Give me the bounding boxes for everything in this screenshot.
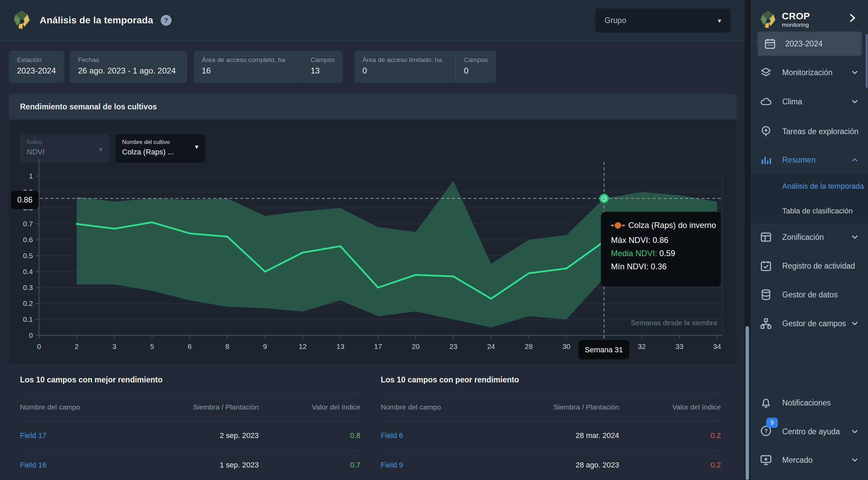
collapse-sidebar-icon[interactable] [846,12,858,24]
full-access-fields-value: 13 [311,66,335,76]
calendar-check-icon [760,259,772,272]
chevron-down-icon [850,68,859,77]
svg-text:24: 24 [487,342,495,350]
sidebar-item-monitoring[interactable]: Monitorización [751,64,868,81]
crop-monitoring-logo-icon [758,10,778,30]
svg-text:3: 3 [112,342,116,350]
svg-text:0: 0 [37,342,41,350]
limited-access-area-value: 0 [362,66,447,76]
full-access-card: Área de acceso completo, ha 16 Campos 13 [194,51,343,83]
layers-icon [760,66,772,79]
cloud-icon [760,95,772,108]
sidebar-item-field-manager[interactable]: Gestor de campos [751,315,868,332]
svg-text:12: 12 [299,342,307,350]
sidebar-item-data-manager[interactable]: Gestor de datos [751,287,868,303]
sidebar-item-scouting[interactable]: Tareas de exploración [751,123,868,140]
field-link[interactable]: Field 16 [20,461,143,469]
sidebar-item-summary[interactable]: Resumen [751,152,868,168]
svg-text:1: 1 [29,172,33,180]
svg-text:17: 17 [374,342,382,350]
limited-access-fields-label: Campos [464,56,488,64]
best-table-title: Los 10 campos con mejor rendimiento [20,369,360,393]
sidebar-item-activity-log[interactable]: Registro de actividad [751,258,868,274]
worst-fields-table: Los 10 campos con peor rendimiento Nombr… [381,369,721,480]
table-row: Field 16 1 sep. 2023 0.7 [20,451,360,480]
panel-title: Rendimiento semanal de los cultivos [20,102,157,111]
season-value: 2023-2024 [17,66,56,76]
svg-text:2: 2 [75,342,79,350]
sidebar-season-selector[interactable]: 2023-2024 [757,32,862,56]
top-bar: Análisis de la temporada ? Grupo ▾ [0,0,750,41]
field-link[interactable]: Field 9 [381,461,504,469]
calendar-icon [764,37,776,50]
svg-text:0.4: 0.4 [23,268,33,275]
help-count-badge: 9 [766,418,778,428]
tooltip-max-row: Máx NDVI: 0.86 [611,235,711,245]
sidebar-item-help-center[interactable]: ? 9 Centro de ayuda [751,423,868,440]
svg-text:5: 5 [150,342,154,350]
table-row: Field 6 28 mar. 2024 0.2 [381,421,721,450]
tooltip-mean-row: Media NDVI: 0.59 [611,249,711,258]
svg-text:0.5: 0.5 [23,252,33,259]
panel-header: Rendimiento semanal de los cultivos [9,94,736,120]
svg-text:28: 28 [525,342,533,350]
sidebar-item-market[interactable]: Mercado [751,452,868,468]
limited-access-card: Área de acceso limitado, ha 0 Campos 0 [354,51,496,83]
brand-subname: monitoring [782,22,810,28]
dates-label: Fechas [78,56,176,64]
group-dropdown[interactable]: Grupo ▾ [595,8,731,33]
svg-text:?: ? [764,427,768,434]
full-access-area-label: Área de acceso completo, ha [202,56,294,64]
x-axis-week-badge: Semana 31 [578,340,629,359]
season-card: Estación 2023-2024 [9,51,64,83]
main-scrollbar-thumb[interactable] [746,326,749,480]
table-row: Field 9 28 ago. 2023 0.2 [381,451,721,480]
full-access-fields-label: Campos [311,56,335,64]
brand-name: CROP [782,11,810,22]
x-axis-title: Semanas desde la siembra [631,319,717,327]
table-header-row: Nombre del campo Siembra / Plantación Va… [20,394,360,421]
limited-access-area-label: Área de acceso limitado, ha [362,56,447,64]
sidebar-item-weather[interactable]: Clima [751,93,868,110]
svg-text:20: 20 [412,342,419,350]
svg-text:8: 8 [225,342,230,350]
svg-text:9: 9 [263,342,267,350]
svg-text:0.6: 0.6 [23,236,33,244]
svg-text:0: 0 [29,331,33,339]
dates-value: 26 ago. 2023 - 1 ago. 2024 [78,66,176,76]
database-icon [760,288,772,301]
market-monitor-icon [760,454,772,466]
season-label: Estación [17,56,56,64]
svg-text:0.1: 0.1 [23,315,33,323]
field-link[interactable]: Field 6 [381,431,504,440]
svg-text:23: 23 [450,342,457,350]
page-title: Análisis de la temporada [40,15,153,26]
best-fields-table: Los 10 campos con mejor rendimiento Nomb… [20,369,360,480]
field-link[interactable]: Field 17 [20,431,143,440]
chevron-down-icon [850,97,859,106]
sidebar-item-zoning[interactable]: Zonificación [751,229,868,245]
chevron-down-icon [850,233,859,242]
group-dropdown-value: Grupo [605,16,626,25]
sidebar-item-notifications[interactable]: Notificaciones [751,395,868,411]
sidebar-item-season-analysis[interactable]: Análisis de la temporada [782,180,864,193]
sidebar-scrollbar-thumb[interactable] [866,34,868,88]
scouting-pin-icon [760,125,772,138]
svg-text:13: 13 [336,342,344,350]
dates-card: Fechas 26 ago. 2023 - 1 ago. 2024 [70,51,187,83]
main-scrollbar [745,0,750,480]
svg-text:32: 32 [638,342,646,350]
y-axis-value-badge: 0.86 [11,191,39,209]
tooltip-crop-name: Colza (Raps) do inverno [628,221,716,230]
sidebar-item-leaderboard[interactable]: Tabla de clasificación [782,204,853,218]
limited-access-fields-value: 0 [464,66,488,76]
chevron-down-icon: ▾ [718,17,721,25]
help-icon[interactable]: ? [161,15,172,26]
svg-text:30: 30 [563,342,570,350]
svg-text:0.2: 0.2 [23,299,33,307]
summary-submenu: Análisis de la temporada Tabla de clasif… [751,173,868,224]
bar-chart-icon [760,153,772,166]
full-access-area-value: 16 [202,66,294,76]
table-header-row: Nombre del campo Siembra / Plantación Va… [381,394,721,421]
zoning-grid-icon [760,231,772,244]
